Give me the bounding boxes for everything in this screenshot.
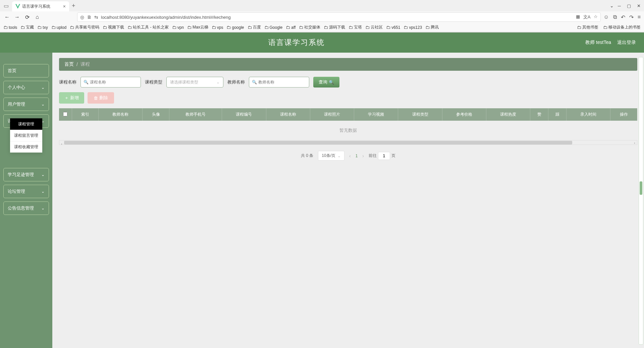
filter-teacher-input[interactable] [258, 80, 306, 84]
translate-icon[interactable]: 文A [583, 14, 591, 20]
folder-icon [603, 25, 607, 30]
user-label[interactable]: 教师 testTea [585, 40, 611, 46]
connection-icon[interactable]: ⇆ [94, 14, 98, 20]
bookmark-item[interactable]: 社交媒体 [299, 24, 320, 30]
bookmark-star-icon[interactable]: ☆ [594, 14, 598, 20]
scroll-thumb[interactable] [64, 141, 572, 144]
plus-icon: ＋ [64, 95, 69, 101]
folder-icon [20, 25, 25, 30]
table-column-header: 操作 [610, 108, 637, 121]
browser-tab[interactable]: 语言课学习系统 × [12, 1, 69, 11]
sidebar-item-profile[interactable]: 个人中心 [3, 81, 49, 94]
bookmark-item[interactable]: uplod [51, 25, 66, 30]
undo-icon[interactable]: ↶ [621, 14, 625, 20]
sidebar-item-users[interactable]: 用户管理 [3, 98, 49, 111]
extensions-icon[interactable]: ⧉ [613, 14, 617, 20]
scroll-right-icon[interactable]: › [632, 140, 637, 145]
trash-icon: 🗑 [94, 96, 98, 101]
bookmark-item[interactable]: 移动设备上的书签 [603, 24, 641, 30]
data-table: 索引教师名称头像教师手机号课程编号课程名称课程照片学习视频课程类型参考价格课程热… [59, 108, 637, 121]
bookmark-item[interactable]: 百度 [248, 24, 261, 30]
select-all-checkbox[interactable] [63, 112, 67, 116]
table-column-header [59, 108, 72, 121]
bookmark-item[interactable]: 宝藏 [20, 24, 34, 30]
bookmark-item[interactable]: tools [3, 25, 17, 30]
folder-icon [425, 25, 430, 30]
sidebar-item-notice[interactable]: 公告信息管理 [3, 201, 49, 215]
delete-button[interactable]: 🗑 删除 [88, 92, 114, 104]
logout-button[interactable]: 退出登录 [617, 40, 636, 46]
filter-teacher-label: 教师名称 [227, 79, 245, 85]
tab-dropdown-icon[interactable]: ⌄ [610, 3, 614, 8]
bookmark-item[interactable]: txy [37, 25, 48, 30]
qr-icon[interactable]: ▦ [576, 14, 580, 20]
jump-input[interactable] [378, 152, 390, 160]
prev-page-button[interactable]: ‹ [349, 153, 351, 159]
right-scrollbar-decor [639, 57, 643, 345]
current-page[interactable]: 1 [356, 154, 358, 158]
table-column-header: 索引 [72, 108, 99, 121]
bookmark-item[interactable]: vps123 [404, 25, 422, 30]
account-icon[interactable]: ☺ [603, 14, 609, 20]
add-button[interactable]: ＋ 新增 [59, 92, 84, 104]
bookmarks-bar: tools宝藏txyuplod共享账号密码视频下载站长工具 - 站长之家vpnM… [0, 23, 644, 32]
table-column-header: 教师手机号 [169, 108, 222, 121]
breadcrumb-home[interactable]: 首页 [64, 61, 74, 67]
bookmark-item[interactable]: 共享账号密码 [70, 24, 99, 30]
sidebar-submenu-course: 课程管理 课程留言管理 课程收藏管理 [10, 118, 42, 153]
bookmark-item[interactable]: google [226, 25, 244, 30]
bookmark-item[interactable]: Google [264, 25, 283, 30]
minimize-icon[interactable]: ─ [618, 3, 621, 8]
table-column-header: 学习视频 [354, 108, 398, 121]
new-tab-button[interactable]: + [72, 2, 75, 9]
table-column-header: 课程名称 [266, 108, 310, 121]
breadcrumb-current: 课程 [80, 61, 90, 67]
browser-recent-icon[interactable]: ▭ [3, 2, 9, 9]
bookmark-item[interactable]: aff [286, 25, 296, 30]
bookmark-item[interactable]: 其他书签 [577, 24, 598, 30]
folder-icon [577, 25, 581, 30]
sidebar-item-forum[interactable]: 论坛管理 [3, 185, 49, 198]
scroll-left-icon[interactable]: ‹ [59, 142, 64, 147]
bookmark-item[interactable]: 站长工具 - 站长之家 [127, 24, 169, 30]
page-icon[interactable]: 🗎 [87, 14, 92, 20]
menu-icon[interactable]: ≡ [638, 14, 641, 20]
page-size-select[interactable]: 10条/页 [318, 151, 344, 161]
table-column-header: 课程类型 [398, 108, 442, 121]
bookmark-item[interactable]: vps [212, 25, 223, 30]
bookmark-item[interactable]: 源码下载 [324, 24, 345, 30]
bookmark-item[interactable]: 宝塔 [348, 24, 362, 30]
share-icon[interactable]: ↷ [629, 14, 634, 20]
sidebar-item-learning[interactable]: 学习足迹管理 [3, 168, 49, 181]
page-size-label: 10条/页 [322, 153, 335, 159]
bookmark-item[interactable]: 云社区 [365, 24, 383, 30]
table-column-header: 教师名称 [99, 108, 143, 121]
main-content: 首页 / 课程 课程名称 🔍 课程类型 请选择课程类型 教师名称 🔍 查询 🔍 [52, 53, 644, 348]
folder-icon [127, 25, 132, 30]
close-window-icon[interactable]: ✕ [637, 3, 641, 8]
next-page-button[interactable]: › [362, 153, 364, 159]
bookmark-item[interactable]: Max云梯 [187, 24, 208, 30]
filter-name-input[interactable] [90, 80, 138, 84]
home-button[interactable]: ⌂ [34, 13, 41, 21]
forward-button[interactable]: → [13, 13, 21, 21]
submenu-course-manage[interactable]: 课程管理 [10, 118, 42, 130]
table-column-header: 课程照片 [310, 108, 354, 121]
bookmark-item[interactable]: 腾讯 [425, 24, 439, 30]
bookmark-item[interactable]: v651 [386, 25, 400, 30]
back-button[interactable]: ← [3, 13, 11, 21]
search-button[interactable]: 查询 🔍 [313, 77, 339, 88]
right-scroll-thumb[interactable] [640, 181, 642, 195]
close-tab-icon[interactable]: × [63, 4, 66, 9]
maximize-icon[interactable]: ▢ [627, 3, 631, 8]
bookmark-item[interactable]: vpn [172, 25, 184, 30]
submenu-course-comments[interactable]: 课程留言管理 [10, 130, 42, 141]
shield-icon[interactable]: ◎ [80, 14, 84, 20]
submenu-course-favorites[interactable]: 课程收藏管理 [10, 141, 42, 153]
bookmark-item[interactable]: 视频下载 [103, 24, 124, 30]
filter-type-select[interactable]: 请选择课程类型 [166, 77, 223, 88]
horizontal-scrollbar[interactable]: ‹ › [59, 140, 637, 145]
reload-button[interactable]: ⟳ [23, 13, 31, 21]
sidebar-item-home[interactable]: 首页 [3, 64, 49, 77]
address-bar[interactable]: ◎ 🗎 ⇆ localhost:8080/yuyankexuexixitong/… [77, 12, 601, 22]
